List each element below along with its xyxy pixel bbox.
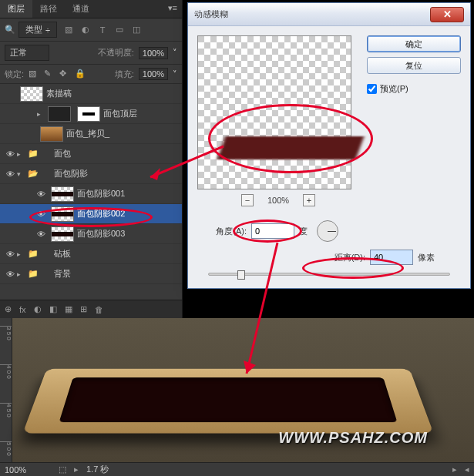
shape-filter-icon[interactable]: ▭ [114,25,125,35]
layer-folder-bg[interactable]: 👁 ▸ 📁 背景 [0,264,182,284]
expand-icon[interactable]: ▸ [17,270,25,278]
adjust-filter-icon[interactable]: ◐ [80,25,91,35]
layer-folder-shadow[interactable]: 👁 ▾ 📂 面包阴影 [0,164,182,184]
layer-thumb[interactable] [48,106,71,122]
expand-icon[interactable]: ▸ [17,250,25,258]
layer-thumb[interactable] [51,186,74,202]
visibility-icon[interactable]: 👁 [23,129,37,139]
layer-shadow-002[interactable]: 👁 面包阴影002 [0,204,182,224]
opacity-value[interactable]: 100% [139,47,168,59]
preview-checkbox[interactable] [367,84,377,94]
reset-button[interactable]: 复位 [367,57,461,74]
visibility-icon[interactable]: 👁 [3,149,17,159]
dialog-title: 动感模糊 [194,8,430,20]
layer-thumb[interactable] [40,126,63,142]
layer-sketch[interactable]: 👁 素描稿 [0,84,182,104]
tab-layers[interactable]: 图层 [0,0,32,18]
lock-all-icon[interactable]: 🔒 [75,69,86,79]
visibility-icon[interactable]: 👁 [3,270,17,279]
smart-filter-icon[interactable]: ◫ [131,25,142,35]
distance-unit: 像素 [418,252,435,263]
visibility-icon[interactable]: 👁 [34,230,48,239]
layer-label: 面包_拷贝_ [66,128,179,139]
link-layers-icon[interactable]: ⊕ [5,304,12,314]
visibility-icon[interactable]: 👁 [3,89,17,99]
distance-input[interactable] [370,250,413,265]
layer-thumb[interactable] [51,206,74,222]
preview-checkbox-row[interactable]: 预览(P) [367,83,461,95]
panel-tabs: 图层 路径 通道 ▾≡ [0,0,182,18]
angle-input[interactable] [251,223,294,239]
text-filter-icon[interactable]: T [97,25,108,35]
lock-row: 锁定: ▧ ✎ ✥ 🔒 填充: 100% ˅ [0,65,182,84]
layer-shadow-001[interactable]: 👁 面包阴影001 [0,184,182,204]
motion-blur-dialog: 动感模糊 ✕ − 100% + 确定 复位 预览(P) 角度(A): 度 [187,2,471,289]
expand-icon[interactable]: ▾ [17,170,25,178]
fx-icon[interactable]: fx [19,305,26,314]
lock-label: 锁定: [5,69,24,80]
angle-label: 角度(A): [200,226,247,237]
trash-icon[interactable]: 🗑 [95,305,103,314]
zoom-level[interactable]: 100% [5,465,51,474]
distance-row: 距离(D): 像素 [200,250,458,265]
visibility-icon[interactable]: 👁 [34,189,48,199]
angle-row: 角度(A): 度 [200,220,458,242]
layer-bread-top[interactable]: 👁 ▸ 面包顶层 [0,104,182,124]
adjustment-icon[interactable]: ◧ [49,304,57,314]
status-time: 1.7 秒 [86,464,109,475]
visibility-icon[interactable]: 👁 [3,169,17,179]
slider-thumb[interactable] [237,270,245,280]
group-icon[interactable]: ▦ [65,304,72,314]
layer-thumb[interactable] [20,86,43,102]
board-recess [59,377,398,422]
layer-shadow-003[interactable]: 👁 面包阴影003 [0,224,182,244]
type-filter-select[interactable]: 类型÷ [18,22,57,38]
visibility-icon[interactable]: 👁 [23,109,37,119]
close-button[interactable]: ✕ [430,7,464,22]
document-canvas[interactable]: WWW.PSAHZ.COM [12,318,474,462]
vertical-ruler: 3 5 0 4 0 0 4 5 0 5 0 0 [0,318,12,462]
layer-label: 面包阴影002 [77,208,179,220]
info-chevron-icon[interactable]: ▸ [74,464,79,474]
lock-brush-icon[interactable]: ✎ [44,69,55,79]
filter-preview[interactable] [197,35,351,189]
layer-thumb[interactable] [51,226,74,242]
ok-button[interactable]: 确定 [367,35,461,52]
new-layer-icon[interactable]: ⊞ [80,304,87,314]
visibility-icon[interactable]: 👁 [34,210,48,219]
blend-mode-row: 正常 不透明度: 100% ˅ [0,42,182,65]
status-bar: 100% ⬚ ▸ 1.7 秒 ▸ ◂ [0,462,474,476]
preview-checkbox-label: 预览(P) [380,83,408,95]
layer-bread-copy[interactable]: 👁 面包_拷贝_ [0,124,182,144]
layer-folder-bread[interactable]: 👁 ▸ 📁 面包 [0,144,182,164]
layer-label: 砧板 [54,248,179,260]
preview-zoom-label: 100% [267,196,289,205]
lock-pixels-icon[interactable]: ▧ [29,69,39,79]
pixel-filter-icon[interactable]: ▧ [63,25,74,35]
layer-mask-thumb[interactable] [77,106,100,122]
lock-position-icon[interactable]: ✥ [59,69,70,79]
visibility-icon[interactable]: 👁 [3,250,17,259]
angle-dial[interactable] [317,220,338,242]
tab-channels[interactable]: 通道 [65,0,97,18]
info-chevron-icon[interactable]: ▸ [452,464,457,474]
dialog-titlebar[interactable]: 动感模糊 ✕ [188,3,470,26]
opacity-chevron-icon[interactable]: ˅ [173,48,177,58]
zoom-out-button[interactable]: − [241,194,254,206]
status-icon[interactable]: ⬚ [59,464,66,474]
layer-label: 面包阴影 [54,168,179,179]
filter-kind-icon[interactable]: 🔍 [5,25,15,35]
distance-slider[interactable] [208,273,450,276]
fill-value[interactable]: 100% [139,68,168,80]
layer-folder-board[interactable]: 👁 ▸ 📁 砧板 [0,244,182,264]
ruler-tick: 3 5 0 [0,326,12,340]
expand-icon[interactable]: ▸ [17,150,25,158]
expand-icon[interactable]: ▸ [37,110,45,118]
zoom-in-button[interactable]: + [303,194,315,206]
tab-paths[interactable]: 路径 [32,0,65,18]
panel-menu-icon[interactable]: ▾≡ [163,0,182,18]
blend-mode-select[interactable]: 正常 [5,45,49,61]
mask-icon[interactable]: ◐ [34,304,42,314]
info-chevron-icon[interactable]: ◂ [465,464,469,474]
fill-chevron-icon[interactable]: ˅ [173,69,177,79]
